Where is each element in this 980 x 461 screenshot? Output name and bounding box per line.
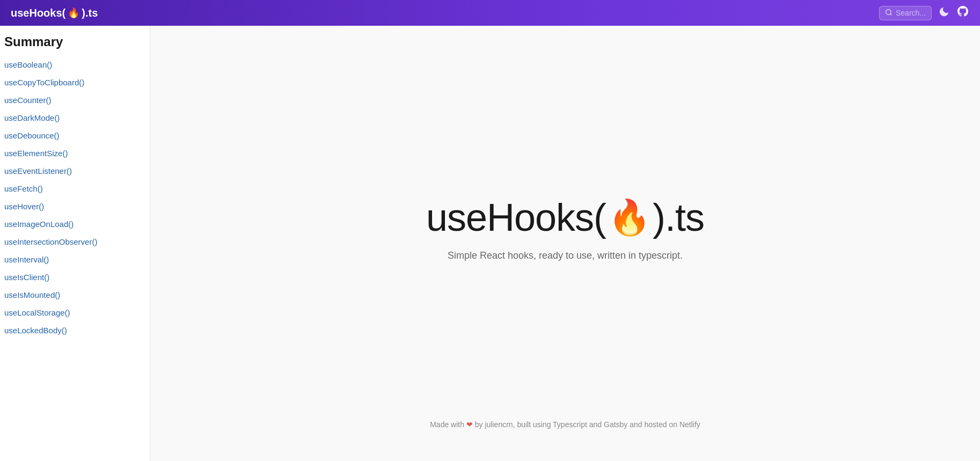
sidebar-item-useDebounce[interactable]: useDebounce() xyxy=(0,127,150,144)
svg-point-0 xyxy=(886,9,891,14)
sidebar: Summary useBoolean()useCopyToClipboard()… xyxy=(0,26,150,461)
search-icon xyxy=(885,9,893,18)
sidebar-item-useLockedBody[interactable]: useLockedBody() xyxy=(0,321,150,339)
sidebar-item-useEventListener[interactable]: useEventListener() xyxy=(0,162,150,180)
footer: Made with ❤ by juliencrn, built using Ty… xyxy=(419,409,711,440)
sidebar-item-useImageOnLoad[interactable]: useImageOnLoad() xyxy=(0,215,150,233)
sidebar-item-useCounter[interactable]: useCounter() xyxy=(0,91,150,109)
github-icon[interactable] xyxy=(956,5,969,21)
sidebar-item-useIsClient[interactable]: useIsClient() xyxy=(0,268,150,286)
navbar-right: Search... xyxy=(879,5,969,21)
footer-heart: ❤ xyxy=(466,420,475,429)
hero-title-prefix: useHooks( xyxy=(426,195,606,239)
hero-subtitle: Simple React hooks, ready to use, writte… xyxy=(448,250,683,261)
svg-line-1 xyxy=(890,13,892,15)
sidebar-item-useCopyToClipboard[interactable]: useCopyToClipboard() xyxy=(0,74,150,91)
sidebar-item-useBoolean[interactable]: useBoolean() xyxy=(0,56,150,74)
navbar-brand-suffix: ).ts xyxy=(82,7,98,19)
sidebar-item-useInterval[interactable]: useInterval() xyxy=(0,251,150,268)
hero-title-suffix: ).ts xyxy=(653,195,704,239)
hero-section: useHooks( 🔥 ).ts Simple React hooks, rea… xyxy=(426,47,704,409)
footer-made-with: Made with xyxy=(430,420,464,429)
hero-fire-icon: 🔥 xyxy=(608,197,650,238)
sidebar-item-useIsMounted[interactable]: useIsMounted() xyxy=(0,286,150,304)
sidebar-item-useDarkMode[interactable]: useDarkMode() xyxy=(0,109,150,127)
hero-title: useHooks( 🔥 ).ts xyxy=(426,195,704,239)
dark-mode-toggle[interactable] xyxy=(938,6,950,20)
sidebar-items-container: useBoolean()useCopyToClipboard()useCount… xyxy=(0,56,150,339)
sidebar-item-useFetch[interactable]: useFetch() xyxy=(0,180,150,197)
main-layout: Summary useBoolean()useCopyToClipboard()… xyxy=(0,26,980,461)
sidebar-item-useHover[interactable]: useHover() xyxy=(0,197,150,215)
navbar-brand-text: useHooks( xyxy=(11,7,65,19)
sidebar-item-useLocalStorage[interactable]: useLocalStorage() xyxy=(0,304,150,321)
navbar-fire-icon: 🔥 xyxy=(68,7,79,19)
main-content: useHooks( 🔥 ).ts Simple React hooks, rea… xyxy=(150,26,980,461)
navbar-brand: useHooks( 🔥 ).ts xyxy=(11,7,879,19)
sidebar-item-useIntersectionObserver[interactable]: useIntersectionObserver() xyxy=(0,233,150,251)
search-placeholder: Search... xyxy=(896,9,926,17)
footer-rest: by juliencrn, built using Typescript and… xyxy=(475,420,700,429)
search-box[interactable]: Search... xyxy=(879,6,932,20)
sidebar-item-useElementSize[interactable]: useElementSize() xyxy=(0,144,150,162)
navbar: useHooks( 🔥 ).ts Search... xyxy=(0,0,980,26)
sidebar-summary: Summary xyxy=(0,26,150,56)
